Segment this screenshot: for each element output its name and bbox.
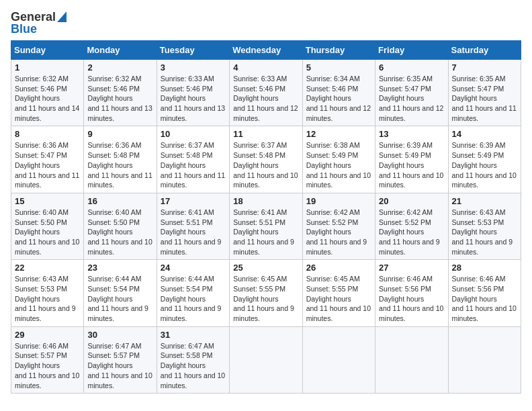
day-cell: 3 Sunrise: 6:33 AMSunset: 5:46 PMDayligh… <box>157 60 229 126</box>
day-info: Sunrise: 6:43 AMSunset: 5:53 PMDaylight … <box>452 208 513 256</box>
day-info: Sunrise: 6:36 AMSunset: 5:47 PMDaylight … <box>15 141 79 189</box>
day-number: 14 <box>452 129 517 139</box>
day-number: 5 <box>306 62 371 73</box>
header: General Blue <box>11 11 521 35</box>
weekday-saturday: Saturday <box>448 41 521 60</box>
day-cell: 7 Sunrise: 6:35 AMSunset: 5:47 PMDayligh… <box>448 60 521 126</box>
week-row-3: 15 Sunrise: 6:40 AMSunset: 5:50 PMDaylig… <box>11 193 521 259</box>
weekday-sunday: Sunday <box>11 41 84 60</box>
day-info: Sunrise: 6:44 AMSunset: 5:54 PMDaylight … <box>87 275 148 322</box>
day-cell <box>375 326 448 393</box>
day-cell: 19 Sunrise: 6:42 AMSunset: 5:52 PMDaylig… <box>302 193 375 259</box>
day-cell: 11 Sunrise: 6:37 AMSunset: 5:48 PMDaylig… <box>230 126 302 193</box>
day-cell: 26 Sunrise: 6:45 AMSunset: 5:55 PMDaylig… <box>302 260 375 326</box>
day-info: Sunrise: 6:33 AMSunset: 5:46 PMDaylight … <box>233 75 298 122</box>
day-number: 21 <box>452 196 517 206</box>
day-info: Sunrise: 6:39 AMSunset: 5:49 PMDaylight … <box>379 141 443 189</box>
week-row-2: 8 Sunrise: 6:36 AMSunset: 5:47 PMDayligh… <box>11 126 521 193</box>
day-cell: 5 Sunrise: 6:34 AMSunset: 5:46 PMDayligh… <box>302 60 375 126</box>
day-info: Sunrise: 6:45 AMSunset: 5:55 PMDaylight … <box>306 275 371 322</box>
weekday-tuesday: Tuesday <box>157 41 229 60</box>
day-info: Sunrise: 6:42 AMSunset: 5:52 PMDaylight … <box>379 208 440 256</box>
calendar-body: 1 Sunrise: 6:32 AMSunset: 5:46 PMDayligh… <box>11 60 521 394</box>
day-cell: 22 Sunrise: 6:43 AMSunset: 5:53 PMDaylig… <box>11 260 84 326</box>
day-info: Sunrise: 6:37 AMSunset: 5:48 PMDaylight … <box>161 141 225 189</box>
weekday-friday: Friday <box>375 41 448 60</box>
weekday-header-row: SundayMondayTuesdayWednesdayThursdayFrid… <box>11 41 521 60</box>
day-info: Sunrise: 6:33 AMSunset: 5:46 PMDaylight … <box>161 75 225 122</box>
day-cell: 13 Sunrise: 6:39 AMSunset: 5:49 PMDaylig… <box>375 126 448 193</box>
day-cell: 9 Sunrise: 6:36 AMSunset: 5:48 PMDayligh… <box>84 126 157 193</box>
day-number: 2 <box>87 62 152 73</box>
day-cell: 18 Sunrise: 6:41 AMSunset: 5:51 PMDaylig… <box>230 193 302 259</box>
week-row-5: 29 Sunrise: 6:46 AMSunset: 5:57 PMDaylig… <box>11 326 521 393</box>
day-cell: 8 Sunrise: 6:36 AMSunset: 5:47 PMDayligh… <box>11 126 84 193</box>
day-number: 6 <box>379 62 444 73</box>
day-info: Sunrise: 6:39 AMSunset: 5:49 PMDaylight … <box>452 141 517 189</box>
day-cell: 14 Sunrise: 6:39 AMSunset: 5:49 PMDaylig… <box>448 126 521 193</box>
day-info: Sunrise: 6:46 AMSunset: 5:56 PMDaylight … <box>379 275 443 322</box>
logo-blue-text: Blue <box>11 23 66 35</box>
day-number: 30 <box>87 330 152 340</box>
day-cell <box>302 326 375 393</box>
logo-general-text: General <box>11 11 56 23</box>
day-number: 25 <box>233 263 298 273</box>
day-info: Sunrise: 6:41 AMSunset: 5:51 PMDaylight … <box>161 208 222 256</box>
day-info: Sunrise: 6:42 AMSunset: 5:52 PMDaylight … <box>306 208 367 256</box>
day-number: 26 <box>306 263 371 273</box>
day-number: 8 <box>15 129 80 139</box>
day-number: 19 <box>306 196 371 206</box>
day-number: 12 <box>306 129 371 139</box>
day-info: Sunrise: 6:32 AMSunset: 5:46 PMDaylight … <box>87 75 152 122</box>
logo-triangle-icon <box>57 11 66 22</box>
day-info: Sunrise: 6:40 AMSunset: 5:50 PMDaylight … <box>87 208 152 256</box>
day-number: 28 <box>452 263 517 273</box>
svg-marker-0 <box>57 11 66 22</box>
day-cell: 21 Sunrise: 6:43 AMSunset: 5:53 PMDaylig… <box>448 193 521 259</box>
day-cell: 31 Sunrise: 6:47 AMSunset: 5:58 PMDaylig… <box>157 326 229 393</box>
day-info: Sunrise: 6:46 AMSunset: 5:57 PMDaylight … <box>15 342 79 390</box>
day-info: Sunrise: 6:47 AMSunset: 5:57 PMDaylight … <box>87 342 152 390</box>
day-number: 11 <box>233 129 298 139</box>
day-cell: 16 Sunrise: 6:40 AMSunset: 5:50 PMDaylig… <box>84 193 157 259</box>
day-info: Sunrise: 6:32 AMSunset: 5:46 PMDaylight … <box>15 75 79 122</box>
weekday-wednesday: Wednesday <box>230 41 302 60</box>
day-number: 9 <box>87 129 152 139</box>
weekday-thursday: Thursday <box>302 41 375 60</box>
day-cell: 4 Sunrise: 6:33 AMSunset: 5:46 PMDayligh… <box>230 60 302 126</box>
day-number: 23 <box>87 263 152 273</box>
week-row-1: 1 Sunrise: 6:32 AMSunset: 5:46 PMDayligh… <box>11 60 521 126</box>
day-number: 18 <box>233 196 298 206</box>
day-info: Sunrise: 6:38 AMSunset: 5:49 PMDaylight … <box>306 141 371 189</box>
day-info: Sunrise: 6:36 AMSunset: 5:48 PMDaylight … <box>87 141 152 189</box>
day-cell <box>448 326 521 393</box>
day-info: Sunrise: 6:43 AMSunset: 5:53 PMDaylight … <box>15 275 76 322</box>
logo: General Blue <box>11 11 66 35</box>
day-cell: 27 Sunrise: 6:46 AMSunset: 5:56 PMDaylig… <box>375 260 448 326</box>
day-number: 20 <box>379 196 444 206</box>
day-cell: 12 Sunrise: 6:38 AMSunset: 5:49 PMDaylig… <box>302 126 375 193</box>
day-cell: 17 Sunrise: 6:41 AMSunset: 5:51 PMDaylig… <box>157 193 229 259</box>
calendar-table: SundayMondayTuesdayWednesdayThursdayFrid… <box>11 40 521 394</box>
day-number: 24 <box>161 263 226 273</box>
day-cell: 2 Sunrise: 6:32 AMSunset: 5:46 PMDayligh… <box>84 60 157 126</box>
day-number: 1 <box>15 62 80 73</box>
day-number: 22 <box>15 263 80 273</box>
day-number: 29 <box>15 330 80 340</box>
day-info: Sunrise: 6:40 AMSunset: 5:50 PMDaylight … <box>15 208 79 256</box>
day-info: Sunrise: 6:44 AMSunset: 5:54 PMDaylight … <box>161 275 222 322</box>
day-cell: 25 Sunrise: 6:45 AMSunset: 5:55 PMDaylig… <box>230 260 302 326</box>
day-cell: 15 Sunrise: 6:40 AMSunset: 5:50 PMDaylig… <box>11 193 84 259</box>
day-cell: 1 Sunrise: 6:32 AMSunset: 5:46 PMDayligh… <box>11 60 84 126</box>
day-info: Sunrise: 6:45 AMSunset: 5:55 PMDaylight … <box>233 275 294 322</box>
day-number: 27 <box>379 263 444 273</box>
day-number: 17 <box>161 196 226 206</box>
weekday-monday: Monday <box>84 41 157 60</box>
day-number: 16 <box>87 196 152 206</box>
day-cell <box>230 326 302 393</box>
day-info: Sunrise: 6:47 AMSunset: 5:58 PMDaylight … <box>161 342 225 390</box>
day-info: Sunrise: 6:41 AMSunset: 5:51 PMDaylight … <box>233 208 294 256</box>
week-row-4: 22 Sunrise: 6:43 AMSunset: 5:53 PMDaylig… <box>11 260 521 326</box>
day-info: Sunrise: 6:46 AMSunset: 5:56 PMDaylight … <box>452 275 517 322</box>
day-info: Sunrise: 6:37 AMSunset: 5:48 PMDaylight … <box>233 141 298 189</box>
